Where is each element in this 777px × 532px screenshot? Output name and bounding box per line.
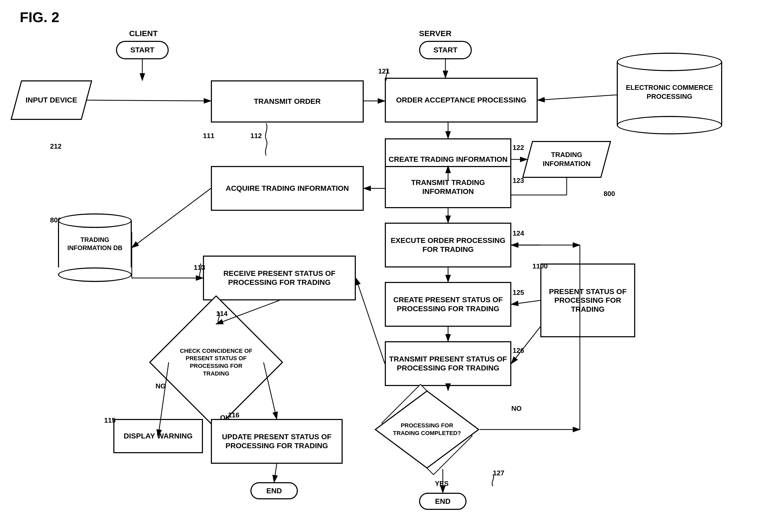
create-present: CREATE PRESENT STATUS OF PROCESSING FOR … — [385, 282, 511, 327]
receive-present: RECEIVE PRESENT STATUS OF PROCESSING FOR… — [203, 256, 356, 300]
trading-info-right-text: TRADING INFORMATION — [527, 150, 606, 168]
fig-label-text: FIG. 2 — [20, 9, 59, 26]
transmit-present-text: TRANSMIT PRESENT STATUS OF PROCESSING FO… — [386, 355, 510, 372]
ref-800-right: 800 — [603, 190, 615, 198]
trading-info-db-text: TRADING INFORMATION DB — [58, 236, 132, 252]
ref-115: 115 — [104, 416, 115, 424]
receive-present-text: RECEIVE PRESENT STATUS OF PROCESSING FOR… — [204, 269, 355, 287]
server-start-text: START — [433, 45, 457, 54]
ref-127: 127 — [493, 469, 504, 477]
svg-line-13 — [132, 188, 211, 248]
svg-line-19 — [511, 327, 540, 364]
create-trading-text: CREATE TRADING INFORMATION — [388, 155, 508, 164]
check-coincidence: CHECK COINCIDENCE OF PRESENT STATUS OF P… — [169, 315, 263, 410]
client-end-text: END — [266, 487, 282, 495]
svg-line-4 — [87, 100, 211, 101]
check-coincidence-text: CHECK COINCIDENCE OF PRESENT STATUS OF P… — [179, 347, 253, 377]
yes-label: YES — [435, 480, 449, 488]
svg-line-22 — [356, 278, 385, 364]
transmit-order: TRANSMIT ORDER — [211, 80, 364, 123]
processing-completed-text: PROCESSING FOR TRADING COMPLETED? — [387, 422, 466, 437]
order-acceptance: ORDER ACCEPTANCE PROCESSING — [385, 78, 538, 123]
transmit-present: TRANSMIT PRESENT STATUS OF PROCESSING FO… — [385, 341, 511, 386]
ref-111: 111 — [203, 132, 214, 140]
ref-123: 123 — [513, 176, 524, 185]
transmit-trading: TRANSMIT TRADING INFORMATION — [385, 166, 511, 208]
svg-line-6 — [538, 95, 617, 100]
update-present: UPDATE PRESENT STATUS OF PROCESSING FOR … — [211, 419, 343, 464]
update-present-text: UPDATE PRESENT STATUS OF PROCESSING FOR … — [212, 432, 342, 450]
processing-completed: PROCESSING FOR TRADING COMPLETED? — [374, 390, 480, 469]
ng-label: NG — [155, 382, 166, 390]
client-label: CLIENT — [129, 29, 157, 38]
ref-126: 126 — [513, 347, 524, 355]
ref-114: 114 — [216, 309, 227, 318]
no-label: NO — [511, 404, 522, 413]
execute-order-text: EXECUTE ORDER PROCESSING FOR TRADING — [386, 236, 510, 254]
ref-112: 112 — [250, 132, 262, 140]
server-end: END — [419, 493, 466, 510]
ref-212: 212 — [50, 142, 62, 150]
acquire-trading: ACQUIRE TRADING INFORMATION — [211, 166, 364, 211]
execute-order: EXECUTE ORDER PROCESSING FOR TRADING — [385, 223, 511, 267]
ref-122: 122 — [513, 144, 524, 152]
display-warning-text: DISPLAY WARNING — [124, 432, 192, 440]
present-status-right-text: PRESENT STATUS OF PROCESSING FOR TRADING — [541, 287, 634, 314]
input-device: INPUT DEVICE — [16, 80, 87, 120]
ref-113: 113 — [194, 264, 205, 272]
server-end-text: END — [435, 497, 450, 506]
svg-line-26 — [274, 464, 277, 482]
input-device-text: INPUT DEVICE — [25, 95, 77, 105]
ref-124: 124 — [513, 229, 524, 237]
display-warning: DISPLAY WARNING — [113, 419, 203, 453]
present-status-right: PRESENT STATUS OF PROCESSING FOR TRADING — [540, 264, 635, 337]
transmit-order-text: TRANSMIT ORDER — [254, 97, 321, 106]
server-label: SERVER — [419, 29, 451, 38]
ref-1100: 1100 — [532, 262, 548, 270]
create-present-text: CREATE PRESENT STATUS OF PROCESSING FOR … — [386, 295, 510, 313]
electronic-commerce-text: ELECTRONIC COMMERCE PROCESSING — [617, 83, 722, 101]
ok-label: OK — [220, 414, 230, 422]
transmit-trading-text: TRANSMIT TRADING INFORMATION — [386, 178, 510, 196]
trading-info-right: TRADING INFORMATION — [527, 141, 606, 178]
svg-line-17 — [511, 300, 540, 304]
order-acceptance-text: ORDER ACCEPTANCE PROCESSING — [396, 96, 527, 105]
electronic-commerce: ELECTRONIC COMMERCE PROCESSING — [617, 53, 722, 134]
client-end: END — [250, 482, 298, 499]
acquire-trading-text: ACQUIRE TRADING INFORMATION — [226, 184, 349, 193]
ref-125: 125 — [513, 288, 524, 297]
server-start: START — [419, 41, 472, 59]
ref-121: 121 — [378, 67, 390, 76]
figure-label: FIG. 2 — [13, 8, 66, 26]
trading-info-db: TRADING INFORMATION DB — [58, 214, 132, 282]
client-start-text: START — [130, 45, 154, 54]
client-start: START — [116, 41, 169, 59]
